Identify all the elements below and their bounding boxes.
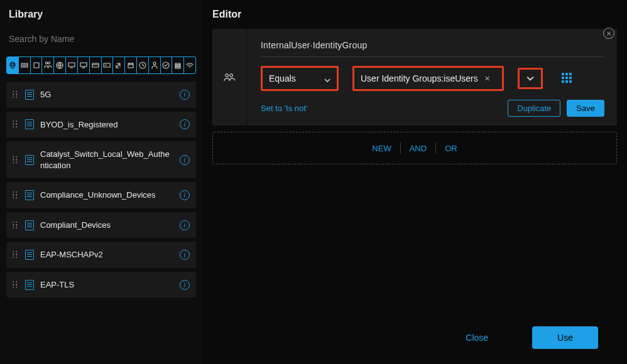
check-icon xyxy=(162,62,170,69)
drag-handle-icon[interactable]: ∷∷ xyxy=(13,192,19,198)
drag-handle-icon[interactable]: ∷∷ xyxy=(13,121,19,127)
group-icon xyxy=(224,73,235,82)
info-icon[interactable]: i xyxy=(180,280,190,290)
wifi-icon xyxy=(186,62,194,69)
filter-stack-icon[interactable] xyxy=(172,57,184,73)
save-button[interactable]: Save xyxy=(567,100,604,117)
modal-footer: Close Use xyxy=(212,315,617,354)
library-item-label: Compliant_Devices xyxy=(40,220,173,231)
info-icon[interactable]: i xyxy=(180,90,190,100)
value-input[interactable]: User Identity Groups:iseUsers ✕ xyxy=(354,68,502,89)
filter-toolbar xyxy=(6,56,196,74)
filter-keyboard-icon[interactable] xyxy=(19,57,31,73)
highlight-value: User Identity Groups:iseUsers ✕ xyxy=(352,66,504,91)
close-icon[interactable]: ✕ xyxy=(603,28,614,39)
filter-card2-icon[interactable] xyxy=(102,57,114,73)
document-icon xyxy=(25,250,34,260)
library-item-label: BYOD_is_Registered xyxy=(40,119,173,131)
editor-panel: Editor ✕ InternalUser·IdentityGroup Equa… xyxy=(202,0,627,364)
filter-square-icon[interactable] xyxy=(31,57,43,73)
filter-external-icon[interactable] xyxy=(113,57,125,73)
library-panel: Library ∷∷5Gi∷∷BYOD_is_Registeredi∷∷Cata… xyxy=(0,0,202,364)
and-button[interactable]: AND xyxy=(401,144,435,153)
library-item[interactable]: ∷∷5Gi xyxy=(6,82,196,108)
library-item[interactable]: ∷∷Catalyst_Switch_Local_Web_Authenticati… xyxy=(6,141,196,178)
condition-card: InternalUser·IdentityGroup Equals User I… xyxy=(212,29,617,126)
info-icon[interactable]: i xyxy=(180,155,190,165)
square-icon xyxy=(33,62,40,69)
monitor2-icon xyxy=(80,62,87,69)
editor-title: Editor xyxy=(212,9,617,20)
duplicate-button[interactable]: Duplicate xyxy=(508,100,560,117)
highlight-operator: Equals xyxy=(261,66,339,91)
filter-calendar-icon[interactable] xyxy=(125,57,137,73)
globe-icon xyxy=(56,62,63,69)
filter-pin-icon[interactable] xyxy=(7,57,19,73)
drag-handle-icon[interactable]: ∷∷ xyxy=(13,157,19,163)
document-icon xyxy=(25,119,34,129)
toggle-is-not-link[interactable]: Set to 'Is not' xyxy=(261,104,307,113)
value-text: User Identity Groups:iseUsers xyxy=(361,73,478,83)
card2-icon xyxy=(103,62,111,69)
or-button[interactable]: OR xyxy=(436,144,466,153)
library-item[interactable]: ∷∷BYOD_is_Registeredi xyxy=(6,112,196,138)
pin-icon xyxy=(9,62,16,69)
drag-handle-icon[interactable]: ∷∷ xyxy=(13,252,19,258)
library-list: ∷∷5Gi∷∷BYOD_is_Registeredi∷∷Catalyst_Swi… xyxy=(6,82,196,364)
document-icon xyxy=(25,280,34,290)
card-icon xyxy=(92,62,99,69)
calendar-icon xyxy=(127,62,134,69)
filter-monitor-icon[interactable] xyxy=(66,57,78,73)
filter-wifi-icon[interactable] xyxy=(184,57,195,73)
library-item-label: EAP-TLS xyxy=(40,279,173,291)
library-item[interactable]: ∷∷Compliance_Unknown_Devicesi xyxy=(6,182,196,208)
value-expand-button[interactable] xyxy=(520,70,541,87)
info-icon[interactable]: i xyxy=(180,119,190,129)
document-icon xyxy=(25,155,34,165)
new-condition-button[interactable]: NEW xyxy=(363,144,400,153)
library-item[interactable]: ∷∷Compliant_Devicesi xyxy=(6,212,196,238)
group-icon xyxy=(44,62,52,69)
filter-globe-icon[interactable] xyxy=(54,57,66,73)
operator-select[interactable]: Equals xyxy=(263,68,337,89)
chevron-down-icon xyxy=(324,75,330,82)
library-item-label: Compliance_Unknown_Devices xyxy=(40,190,173,201)
operator-label: Equals xyxy=(269,73,296,83)
condition-attribute: InternalUser·IdentityGroup xyxy=(261,40,604,57)
svg-point-1 xyxy=(230,74,233,77)
library-item-label: EAP-MSCHAPv2 xyxy=(40,249,173,260)
svg-point-0 xyxy=(226,74,229,77)
filter-check-icon[interactable] xyxy=(161,57,173,73)
clock-icon xyxy=(139,62,146,69)
filter-monitor2-icon[interactable] xyxy=(78,57,90,73)
drag-handle-icon[interactable]: ∷∷ xyxy=(13,92,19,98)
use-button[interactable]: Use xyxy=(532,326,598,349)
filter-clock-icon[interactable] xyxy=(137,57,149,73)
monitor-icon xyxy=(68,62,75,69)
library-item[interactable]: ∷∷EAP-TLSi xyxy=(6,272,196,298)
document-icon xyxy=(25,220,34,230)
grid-icon[interactable] xyxy=(562,73,573,84)
library-item-label: Catalyst_Switch_Local_Web_Authentication xyxy=(40,149,173,171)
document-icon xyxy=(25,90,34,100)
filter-person-icon[interactable] xyxy=(149,57,161,73)
library-item[interactable]: ∷∷EAP-MSCHAPv2i xyxy=(6,242,196,268)
stack-icon xyxy=(174,62,182,69)
filter-group-icon[interactable] xyxy=(42,57,54,73)
info-icon[interactable]: i xyxy=(180,250,190,260)
info-icon[interactable]: i xyxy=(180,220,190,230)
condition-type-icon[interactable] xyxy=(212,29,247,126)
library-item-label: 5G xyxy=(40,89,173,100)
info-icon[interactable]: i xyxy=(180,190,190,200)
document-icon xyxy=(25,190,34,200)
drag-handle-icon[interactable]: ∷∷ xyxy=(13,282,19,288)
external-icon xyxy=(115,62,123,69)
drag-handle-icon[interactable]: ∷∷ xyxy=(13,222,19,228)
add-condition-slot: NEW AND OR xyxy=(212,132,617,164)
search-input[interactable] xyxy=(6,30,196,50)
clear-value-icon[interactable]: ✕ xyxy=(484,75,490,83)
close-button[interactable]: Close xyxy=(466,333,488,343)
highlight-expand xyxy=(518,68,543,89)
person-icon xyxy=(151,62,158,69)
filter-card-icon[interactable] xyxy=(90,57,102,73)
